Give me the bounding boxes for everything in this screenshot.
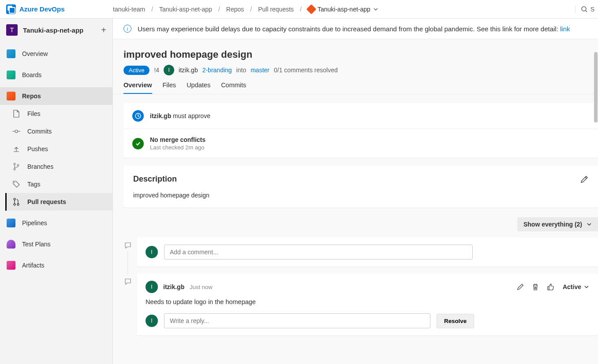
target-branch[interactable]: master [250, 67, 269, 74]
description-body: improved homepage design [133, 192, 588, 199]
reply-avatar: I [146, 315, 158, 327]
status-badge: Active [123, 66, 150, 75]
commit-icon [11, 126, 21, 136]
sidebar-item-commits[interactable]: Commits [5, 123, 112, 140]
sidebar-hub-boards[interactable]: Boards [0, 66, 112, 84]
tab-updates[interactable]: Updates [187, 82, 210, 94]
svg-point-1 [15, 130, 18, 133]
reply-input[interactable] [164, 313, 430, 328]
artifacts-icon [6, 260, 16, 270]
project-avatar: T [6, 24, 18, 36]
svg-point-7 [14, 204, 15, 205]
comment-icon [124, 242, 131, 249]
breadcrumb-item[interactable]: Tanuki-asp-net-app [159, 6, 212, 13]
scrollbar[interactable] [594, 52, 598, 364]
svg-point-4 [17, 164, 19, 166]
breadcrumb-item[interactable]: tanuki-team [113, 6, 145, 13]
checks-card: itzik.gb must approve No merge conflicts… [123, 103, 598, 158]
tab-files[interactable]: Files [163, 82, 176, 94]
tab-commits[interactable]: Commits [221, 82, 246, 94]
sidebar-hub-test-plans[interactable]: Test Plans [0, 235, 112, 253]
merge-status-row: No merge conflicts Last checked 2m ago [123, 129, 598, 158]
add-button[interactable]: + [101, 25, 106, 35]
delete-comment-button[interactable] [532, 283, 539, 290]
banner-link[interactable]: link [560, 25, 570, 33]
brand-text: Azure DevOps [19, 5, 65, 13]
comment-avatar: I [146, 281, 158, 293]
top-bar: Azure DevOps tanuki-team/ Tanuki-asp-net… [0, 0, 598, 19]
description-card: Description improved homepage design [123, 166, 598, 208]
main-content: i Users may experience build delays due … [113, 19, 598, 364]
repos-subnav: Files Commits Pushes Branches Tags Pull … [0, 105, 112, 211]
project-name: Tanuki-asp-net-app [23, 26, 83, 34]
description-heading: Description [133, 175, 177, 184]
author-name[interactable]: itzik.gb [179, 67, 198, 74]
thumbs-up-icon [547, 283, 555, 291]
pencil-icon [517, 283, 524, 290]
comment-icon [124, 278, 131, 285]
comment-author[interactable]: itzik.gb [163, 283, 184, 290]
chevron-down-icon [584, 284, 589, 290]
info-icon: i [123, 25, 131, 33]
sidebar-hub-pipelines[interactable]: Pipelines [0, 214, 112, 232]
repo-picker[interactable]: Tanuki-asp-net-app [308, 6, 378, 13]
breadcrumb-item[interactable]: Repos [226, 6, 244, 13]
new-comment-thread: I [123, 238, 598, 267]
sidebar-item-pushes[interactable]: Pushes [5, 140, 112, 158]
sidebar-hub-artifacts[interactable]: Artifacts [0, 256, 112, 274]
trash-icon [532, 283, 539, 290]
info-banner: i Users may experience build delays due … [113, 19, 598, 39]
approval-required-row: itzik.gb must approve [123, 103, 598, 129]
tab-overview[interactable]: Overview [123, 82, 152, 94]
project-header[interactable]: T Tanuki-asp-net-app + [0, 19, 112, 41]
source-branch[interactable]: 2-branding [202, 67, 232, 74]
clock-icon [132, 110, 144, 122]
sidebar-hub-overview[interactable]: Overview [0, 45, 112, 63]
chevron-down-icon [373, 7, 378, 12]
sidebar: T Tanuki-asp-net-app + Overview Boards R… [0, 19, 113, 364]
file-icon [11, 109, 21, 119]
test-plans-icon [6, 239, 16, 249]
sidebar-item-files[interactable]: Files [5, 105, 112, 123]
comment-thread: I itzik.gb Just now Active [123, 274, 598, 335]
pr-header: improved homepage design Active !4 I itz… [113, 39, 598, 75]
author-avatar[interactable]: I [164, 65, 174, 75]
resolve-button[interactable]: Resolve [437, 314, 474, 328]
svg-point-3 [14, 168, 15, 170]
svg-point-0 [582, 7, 586, 11]
filter-dropdown[interactable]: Show everything (2) [517, 217, 598, 231]
comment-time: Just now [190, 284, 212, 290]
push-icon [11, 144, 21, 154]
pencil-icon [580, 175, 588, 183]
add-comment-input[interactable] [164, 245, 473, 260]
azure-devops-icon [6, 4, 16, 14]
pr-id: !4 [154, 67, 159, 74]
svg-point-8 [17, 204, 19, 205]
pipelines-icon [6, 218, 16, 228]
svg-point-2 [14, 163, 15, 165]
branch-icon [11, 162, 21, 171]
page-title: improved homepage design [123, 49, 587, 60]
sidebar-hub-repos[interactable]: Repos [0, 87, 112, 105]
comment-body: Needs to update logo in the homepage [146, 298, 589, 305]
boards-icon [6, 70, 16, 80]
global-search[interactable]: S [575, 6, 594, 13]
sidebar-item-branches[interactable]: Branches [5, 158, 112, 175]
edit-description-button[interactable] [580, 175, 588, 183]
comment-status-dropdown[interactable]: Active [563, 283, 589, 290]
breadcrumb-item[interactable]: Pull requests [258, 6, 294, 13]
chevron-down-icon [587, 222, 592, 227]
svg-point-6 [14, 198, 15, 200]
current-user-avatar: I [146, 246, 158, 258]
pr-tabs: Overview Files Updates Commits [113, 75, 598, 94]
edit-comment-button[interactable] [517, 283, 524, 290]
overview-icon [6, 49, 16, 59]
sidebar-item-pull-requests[interactable]: Pull requests [5, 193, 112, 211]
like-button[interactable] [547, 283, 555, 291]
brand-logo[interactable]: Azure DevOps [4, 4, 113, 14]
pull-request-icon [11, 197, 21, 207]
banner-text: Users may experience build delays due to… [138, 25, 570, 33]
repos-icon [6, 91, 16, 101]
sidebar-item-tags[interactable]: Tags [5, 175, 112, 193]
tag-icon [11, 179, 21, 189]
